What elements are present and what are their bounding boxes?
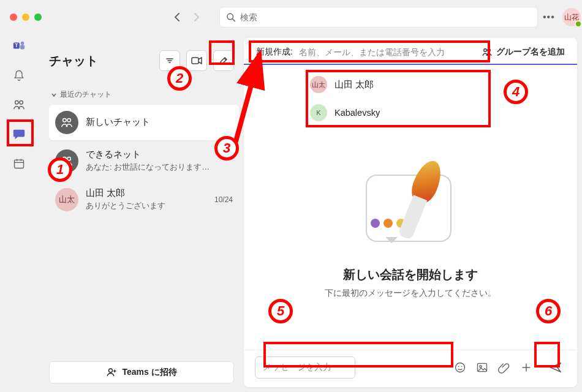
svg-rect-15 — [192, 58, 198, 64]
filter-icon — [165, 56, 175, 66]
svg-point-23 — [484, 49, 487, 52]
suggestion-avatar: 山太 — [310, 76, 327, 93]
chat-item-new[interactable]: 新しいチャット — [49, 105, 239, 140]
svg-point-7 — [20, 101, 23, 105]
nav-forward-button[interactable] — [191, 12, 202, 23]
svg-point-29 — [480, 366, 482, 368]
add-group-label: グループ名を追加 — [496, 47, 565, 58]
search-icon — [226, 12, 235, 22]
rail-community-icon[interactable] — [11, 97, 27, 113]
suggestion-name: Kabalevsky — [334, 108, 380, 118]
suggestion-item[interactable]: K Kabalevsky — [305, 100, 489, 125]
add-group-name-button[interactable]: グループ名を追加 — [482, 47, 565, 58]
plus-icon — [520, 361, 532, 374]
message-input[interactable]: メッセージを入力 — [255, 356, 355, 379]
compose-to-input[interactable] — [299, 47, 475, 57]
contact-avatar: 山太 — [55, 188, 78, 211]
start-conversation-subtext: 下に最初のメッセージを入力してください。 — [325, 288, 496, 299]
chevron-down-icon — [51, 92, 56, 97]
compose-to-label: 新規作成: — [256, 47, 293, 58]
rail-chat-icon[interactable] — [11, 126, 27, 142]
presence-indicator — [575, 20, 582, 28]
chat-item[interactable]: できるネット あなた: お世話になっております… — [49, 143, 239, 179]
paperclip-icon — [498, 361, 510, 374]
chat-item[interactable]: 山太 山田 太郎 ありがとうございます 10/24 — [49, 181, 239, 217]
svg-rect-8 — [15, 160, 24, 168]
rail-teams-icon[interactable]: T — [11, 38, 27, 54]
chat-item-preview: ありがとうございます — [86, 200, 203, 211]
svg-point-18 — [63, 157, 67, 160]
illustration — [358, 157, 463, 255]
svg-line-1 — [232, 19, 235, 21]
nav-back-button[interactable] — [172, 12, 183, 23]
suggestion-avatar: K — [310, 104, 327, 121]
recent-section-text: 最近のチャット — [60, 89, 111, 100]
emoji-button[interactable] — [452, 360, 468, 375]
svg-point-19 — [67, 157, 71, 160]
window-traffic-lights[interactable] — [6, 13, 42, 21]
group-avatar-icon — [55, 149, 78, 173]
rail-activity-icon[interactable] — [11, 67, 27, 83]
invite-to-teams-button[interactable]: Teams に招待 — [49, 361, 234, 383]
svg-point-26 — [458, 366, 459, 368]
start-conversation-heading: 新しい会話を開始します — [343, 266, 478, 283]
svg-point-25 — [456, 363, 465, 372]
chat-item-preview: あなた: お世話になっております… — [86, 162, 233, 173]
suggestion-name: 山田 太郎 — [334, 79, 374, 91]
attach-button[interactable] — [496, 360, 512, 375]
image-button[interactable] — [474, 360, 490, 375]
person-add-icon — [106, 367, 117, 378]
message-placeholder: メッセージを入力 — [263, 362, 331, 373]
compose-icon — [219, 56, 229, 66]
svg-point-27 — [461, 366, 463, 368]
suggestion-item[interactable]: 山太 山田 太郎 — [305, 72, 489, 97]
chat-item-timestamp: 10/24 — [214, 195, 233, 204]
chat-item-name: 新しいチャット — [86, 116, 233, 128]
rail-calendar-icon[interactable] — [11, 156, 27, 172]
svg-point-6 — [15, 101, 18, 105]
video-call-button[interactable] — [186, 50, 207, 71]
chat-item-name: できるネット — [86, 149, 233, 160]
send-button[interactable] — [545, 357, 566, 378]
group-icon — [482, 47, 493, 58]
video-icon — [191, 56, 202, 65]
more-button[interactable]: ••• — [543, 12, 555, 23]
svg-point-20 — [109, 369, 113, 372]
new-chat-button[interactable] — [213, 50, 234, 71]
search-input[interactable] — [240, 12, 531, 22]
svg-point-24 — [488, 49, 491, 52]
svg-text:T: T — [15, 43, 18, 48]
chat-item-name: 山田 太郎 — [86, 187, 203, 199]
group-avatar-icon — [55, 111, 78, 134]
current-user-avatar[interactable]: 山花 — [562, 8, 581, 26]
add-button[interactable] — [518, 360, 534, 375]
send-icon — [549, 361, 562, 374]
image-icon — [476, 361, 488, 374]
svg-point-16 — [63, 119, 67, 123]
chat-panel-title: チャット — [49, 53, 98, 69]
search-box[interactable] — [219, 7, 538, 28]
svg-point-17 — [67, 119, 71, 123]
svg-point-4 — [21, 42, 25, 45]
recent-section-label[interactable]: 最近のチャット — [49, 89, 239, 100]
filter-button[interactable] — [159, 50, 180, 71]
svg-rect-5 — [20, 45, 25, 49]
invite-label: Teams に招待 — [122, 367, 176, 378]
emoji-icon — [454, 361, 466, 374]
